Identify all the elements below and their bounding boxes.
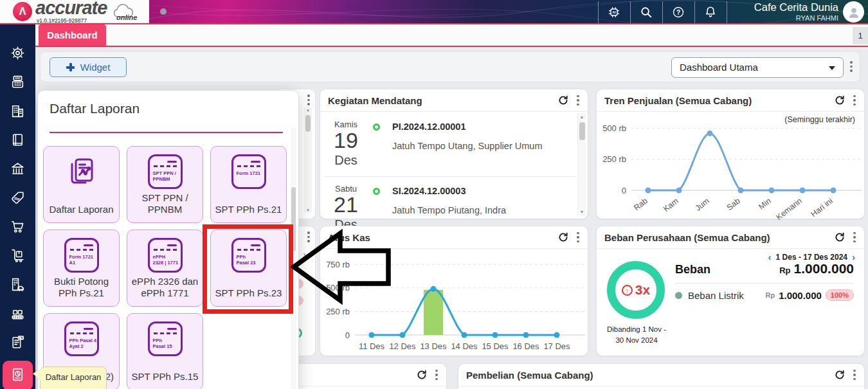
dashboard-toolbar: Widget Dashboard Utama — [40, 51, 860, 82]
logo-text: accurate — [35, 0, 107, 19]
svg-text:15 Des: 15 Des — [482, 341, 509, 351]
avatar[interactable] — [843, 1, 864, 23]
svg-text:250 rb: 250 rb — [326, 307, 350, 316]
person-icon — [845, 4, 862, 21]
scrollbar[interactable] — [577, 113, 586, 215]
arrow-up-circle-icon — [622, 285, 633, 296]
multiplier: 3x — [635, 282, 650, 298]
svg-text:Kemarin: Kemarin — [775, 196, 804, 220]
conveyor-icon — [10, 305, 26, 324]
svg-text:250 rb: 250 rb — [602, 154, 626, 164]
tax-form-icon: SPT PPN / PPNBM — [127, 154, 203, 189]
tile-label: Daftar Laporan — [46, 204, 116, 216]
svg-text:0: 0 — [622, 186, 626, 195]
tile-label: SPT PPN / PPNBM — [130, 192, 200, 217]
widget-beban: Beban Perusahaan (Semua Cabang) 1 Des - … — [596, 226, 865, 356]
report-tile-3[interactable]: Form 1721 A1Bukti Potong PPh Ps.21 — [43, 230, 120, 307]
report-tile-0[interactable]: Daftar Laporan — [43, 146, 120, 223]
report-tile-2[interactable]: Form 1721SPT PPh Ps.21 — [210, 146, 287, 223]
report-tile-7[interactable]: PPh Pasal 15SPT PPh Ps.15 — [127, 313, 203, 389]
total-label: Beban — [675, 263, 710, 276]
kebab-icon[interactable] — [853, 95, 856, 106]
sidebar-item-ledger[interactable] — [3, 129, 33, 152]
company-name: Cafe Cerita Dunia — [730, 1, 838, 14]
refresh-icon[interactable] — [416, 369, 428, 381]
sidebar-item-delivery[interactable] — [3, 245, 33, 268]
svg-text:Jum: Jum — [694, 196, 711, 213]
total-value: 1.000.000 — [794, 261, 854, 276]
chevron-left-icon[interactable] — [768, 252, 772, 262]
sidebar-item-settings[interactable] — [3, 42, 33, 66]
panel-title: Daftar Laporan — [50, 101, 140, 116]
widget-kegiatan: Kegiatan Mendatang Kamis 19 Des PI.2024.… — [320, 89, 588, 219]
refresh-icon[interactable] — [557, 231, 569, 243]
report-tile-4[interactable]: ePPH 2326 | 1771ePPh 2326 dan ePPh 1771 — [127, 230, 203, 307]
tile-label: Bukti Potong PPh Ps.21 — [46, 276, 116, 300]
scrollbar[interactable] — [304, 107, 312, 213]
notifications-icon[interactable] — [701, 3, 719, 21]
dashboard-select-value: Dashboard Utama — [680, 62, 758, 73]
event-row[interactable]: Kamis 19 Des PI.2024.12.00001 Jatuh Temp… — [325, 113, 575, 176]
building-icon — [10, 103, 26, 122]
refresh-icon[interactable] — [834, 231, 845, 243]
kebab-icon[interactable] — [307, 95, 311, 105]
sidebar-item-reports[interactable] — [3, 361, 33, 389]
svg-text:13 Des: 13 Des — [420, 341, 447, 351]
dashboard-select[interactable]: Dashboard Utama — [671, 57, 844, 78]
widget-tren-penjualan: Tren Penjualan (Semua Cabang) (Seminggu … — [596, 89, 865, 219]
kebab-icon[interactable] — [576, 95, 580, 106]
search-icon[interactable] — [637, 3, 655, 21]
tag-rp-icon: Rp — [10, 190, 26, 208]
tab-dashboard[interactable]: Dashboard — [39, 24, 106, 46]
sidebar-item-purchases[interactable] — [3, 216, 33, 239]
account-info[interactable]: Cafe Cerita Dunia RYAN FAHMI — [730, 1, 838, 22]
svg-text:Kam: Kam — [662, 196, 680, 213]
sidebar-item-pricing[interactable]: Rp — [3, 187, 33, 210]
add-widget-label: Widget — [80, 62, 111, 73]
sidebar-item-company[interactable] — [3, 100, 33, 123]
svg-text:TAX: TAX — [19, 336, 23, 339]
logo-block[interactable]: accurate online v1.0.1#2195-928877 — [0, 0, 149, 24]
tren-penjualan-chart: 0250 rb500 rbRabKamJumSabMinKemarinHari … — [597, 113, 865, 220]
svg-text:17 Des: 17 Des — [543, 341, 570, 351]
sidebar-item-manufacture[interactable] — [3, 303, 33, 326]
svg-text:Rp: Rp — [14, 196, 20, 201]
kebab-icon[interactable] — [435, 370, 439, 381]
widget-title: Tren Penjualan (Semua Cabang) — [604, 95, 752, 106]
tax-form-icon: Form 1721 A1 — [44, 238, 119, 273]
report-tile-1[interactable]: SPT PPN / PPNBMSPT PPN / PPNBM — [127, 146, 203, 223]
sidebar-item-assets[interactable] — [3, 274, 33, 297]
tax-form-icon: PPh Pasal 4 Ayat 2 — [44, 321, 119, 356]
accurate-online-app: accurate online v1.0.1#2195-928877 AI ? … — [0, 0, 868, 389]
beban-item-row[interactable]: Beban Listrik Rp 1.000.000 100% — [675, 289, 854, 301]
chevron-right-icon[interactable] — [852, 252, 855, 262]
annotation-arrow-left — [291, 229, 392, 305]
refresh-icon[interactable] — [834, 369, 845, 381]
toolbar-kebab-icon[interactable] — [849, 61, 853, 72]
status-dot — [160, 8, 167, 15]
date-range-nav: 1 Des - 17 Des 2024 — [768, 252, 855, 262]
svg-text:12 Des: 12 Des — [389, 341, 416, 351]
sidebar-item-tax[interactable]: TAX — [3, 332, 33, 355]
kebab-icon[interactable] — [576, 232, 580, 243]
svg-text:0: 0 — [345, 330, 350, 340]
status-ring-icon — [373, 123, 380, 131]
refresh-icon[interactable] — [557, 95, 569, 106]
book-icon — [10, 132, 26, 150]
help-icon[interactable]: ? — [669, 3, 687, 21]
ai-icon[interactable]: AI — [605, 3, 623, 21]
add-widget-button[interactable]: Widget — [50, 57, 127, 77]
widget-title: Kegiatan Mendatang — [328, 95, 422, 106]
sidebar-item-banking[interactable] — [3, 158, 33, 181]
scrollbar-thumb[interactable] — [579, 122, 585, 140]
gear-icon — [10, 45, 26, 64]
app-header: accurate online v1.0.1#2195-928877 AI ? … — [0, 0, 868, 24]
svg-text:16 Des: 16 Des — [512, 341, 539, 351]
daftar-laporan-panel: Daftar Laporan Daftar LaporanSPT PPN / P… — [37, 90, 299, 389]
sidebar-item-cashier[interactable] — [3, 71, 33, 95]
refresh-icon[interactable] — [834, 95, 845, 106]
chevron-down-icon — [829, 66, 835, 70]
kebab-icon[interactable] — [853, 232, 856, 243]
register-icon — [10, 74, 26, 93]
kebab-icon[interactable] — [853, 370, 856, 381]
